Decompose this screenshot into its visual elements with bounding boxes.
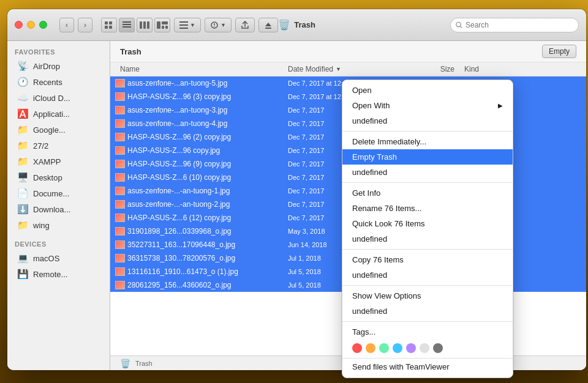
file-name-cell: asus-zenfone-...-an-tuong-1.jpg <box>110 187 288 195</box>
file-name: HASP-ASUS-Z...96 (3) copy.jpg <box>127 92 231 101</box>
sort-arrow-icon: ▼ <box>336 66 341 72</box>
sidebar-item-google---[interactable]: 📁Google... <box>10 122 107 138</box>
context-menu-item-delete-immediately[interactable]: Delete Immediately... <box>342 134 513 149</box>
tag-color-dot[interactable] <box>366 343 375 353</box>
empty-trash-button[interactable]: Empty <box>542 45 576 58</box>
context-item-label: Empty Trash <box>352 152 397 162</box>
file-thumbnail <box>115 173 125 182</box>
tag-color-dot[interactable] <box>420 343 429 353</box>
file-name-cell: HASP-ASUS-Z...6 (12) copy.jpg <box>110 214 288 222</box>
file-name: HASP-ASUS-Z...6 (10) copy.jpg <box>127 173 231 182</box>
context-item-label: Copy 76 Items <box>352 255 404 264</box>
sidebar-icon: 💾 <box>17 269 28 280</box>
search-input[interactable] <box>466 21 573 29</box>
sidebar-item-label: Docume... <box>33 189 69 198</box>
context-menu-item-get-info[interactable]: Get Info <box>342 185 513 201</box>
file-name-cell: HASP-ASUS-Z...6 (10) copy.jpg <box>110 173 288 182</box>
sidebar-item-macos[interactable]: 💻macOS <box>10 250 107 266</box>
file-name-cell: 28061295_156...4360602_o.jpg <box>110 281 288 289</box>
file-thumbnail <box>115 200 125 209</box>
sidebar-item-label: Recents <box>33 78 62 87</box>
sidebar-item-wing[interactable]: 📁wing <box>10 217 107 233</box>
submenu-arrow-icon: ▶ <box>498 102 503 109</box>
navigation-toolbar: ‹ › ▼ <box>59 18 278 32</box>
trash-header-label: Trash <box>120 47 542 56</box>
sidebar-item-remote---[interactable]: 💾Remote... <box>10 266 107 282</box>
status-trash-icon: 🗑️ <box>120 359 130 368</box>
context-item-label: undefined <box>352 307 387 316</box>
context-menu-item-view-options[interactable]: Show View Options <box>342 288 513 303</box>
file-name: HASP-ASUS-Z...6 (12) copy.jpg <box>127 214 231 222</box>
context-menu-item-rename[interactable]: Rename 76 Items... <box>342 201 513 216</box>
svg-rect-1 <box>109 21 112 24</box>
sidebar-item-applicati---[interactable]: 🅰️Applicati... <box>10 106 107 122</box>
size-column-header[interactable]: Size <box>410 65 459 73</box>
icon-view-button[interactable] <box>101 18 117 32</box>
forward-button[interactable]: › <box>78 18 92 32</box>
context-menu-item-undefined[interactable]: undefined <box>342 267 513 283</box>
tag-color-dot[interactable] <box>352 343 362 353</box>
sidebar-item-airdrop[interactable]: 📡AirDrop <box>10 58 107 74</box>
context-menu-item-tags[interactable]: Tags... <box>342 324 513 340</box>
sidebar-item-label: Applicati... <box>33 110 70 119</box>
context-menu-item-open-with[interactable]: Open With▶ <box>342 98 513 113</box>
action-button[interactable]: ▼ <box>205 18 232 32</box>
tag-color-dot[interactable] <box>406 343 416 353</box>
gallery-view-button[interactable] <box>154 18 170 32</box>
maximize-button[interactable] <box>39 21 47 29</box>
file-name-cell: asus-zenfone-...an-tuong-5.jpg <box>110 79 288 87</box>
file-name: 35227311_163...17096448_o.jpg <box>127 240 235 249</box>
list-view-button[interactable] <box>119 18 135 32</box>
sidebar-item-downloa---[interactable]: ⬇️Downloa... <box>10 201 107 217</box>
sidebar-icon: 📁 <box>17 156 28 167</box>
name-column-header[interactable]: Name <box>110 65 288 73</box>
sidebar-icon: 📄 <box>17 188 28 199</box>
context-menu-item-undefined[interactable]: undefined <box>342 231 513 247</box>
kind-column-header[interactable]: Kind <box>459 65 586 73</box>
eject-button[interactable] <box>258 18 278 32</box>
file-name-cell: 36315738_130...78200576_o.jpg <box>110 254 288 262</box>
file-name-cell: asus-zenfone-...-an-tuong-2.jpg <box>110 200 288 209</box>
column-headers: Name Date Modified ▼ Size Kind <box>110 62 586 76</box>
context-menu-item-quick-look[interactable]: Quick Look 76 Items <box>342 216 513 231</box>
tag-color-dot[interactable] <box>433 343 443 353</box>
share-button[interactable] <box>235 18 255 32</box>
svg-rect-16 <box>179 28 188 29</box>
file-thumbnail <box>115 187 125 195</box>
sidebar-item-label: wing <box>33 221 50 230</box>
search-icon <box>456 21 462 29</box>
tag-color-dot[interactable] <box>393 343 402 353</box>
sidebar-item-desktop[interactable]: 🖥️Desktop <box>10 169 107 185</box>
sidebar-item-icloud-d---[interactable]: ☁️iCloud D... <box>10 90 107 106</box>
context-item-label: Get Info <box>352 188 380 198</box>
context-menu-item-undefined[interactable]: undefined <box>342 113 513 128</box>
file-thumbnail <box>115 281 125 289</box>
file-name-cell: asus-zenfone-...an-tuong-3.jpg <box>110 106 288 114</box>
file-thumbnail <box>115 119 125 128</box>
svg-line-22 <box>460 26 462 28</box>
date-column-header[interactable]: Date Modified ▼ <box>288 65 410 73</box>
svg-rect-3 <box>109 26 112 29</box>
sidebar-item-27-2[interactable]: 📁27/2 <box>10 138 107 154</box>
context-menu-item-empty-trash[interactable]: Empty Trash <box>342 149 513 165</box>
context-menu-item-open[interactable]: Open <box>342 83 513 98</box>
sidebar-item-xampp[interactable]: 📁XAMPP <box>10 154 107 169</box>
title-bar: ‹ › ▼ <box>7 9 586 41</box>
sidebar-icon: 💻 <box>17 253 28 264</box>
sidebar-icon: 🅰️ <box>17 108 28 119</box>
context-menu-item-undefined[interactable]: undefined <box>342 165 513 180</box>
context-item-label: Open With <box>352 101 390 110</box>
context-menu-teamviewer[interactable]: Send files with TeamViewer <box>342 358 513 375</box>
column-view-button[interactable] <box>137 18 153 32</box>
arrange-button[interactable]: ▼ <box>174 18 201 32</box>
sidebar-item-recents[interactable]: 🕐Recents <box>10 74 107 90</box>
back-button[interactable]: ‹ <box>59 18 74 32</box>
close-button[interactable] <box>15 21 23 29</box>
minimize-button[interactable] <box>27 21 35 29</box>
tag-color-dot[interactable] <box>379 343 389 353</box>
svg-rect-11 <box>162 21 168 24</box>
context-menu-item-undefined[interactable]: undefined <box>342 303 513 319</box>
context-menu-item-copy[interactable]: Copy 76 Items <box>342 252 513 267</box>
search-bar[interactable] <box>450 18 579 32</box>
sidebar-item-docume---[interactable]: 📄Docume... <box>10 185 107 201</box>
